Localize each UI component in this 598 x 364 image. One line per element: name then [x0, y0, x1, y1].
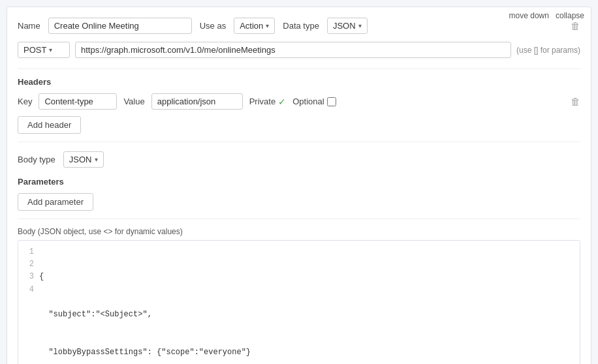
- body-type-value: JSON: [69, 155, 92, 164]
- name-row-trash-icon[interactable]: 🗑: [571, 20, 580, 31]
- data-type-value: JSON: [333, 21, 356, 31]
- headers-private-label[interactable]: Private ✓: [249, 97, 286, 107]
- body-type-select[interactable]: JSON ▾: [63, 151, 104, 168]
- use-as-chevron: ▾: [266, 22, 269, 29]
- headers-key-label: Key: [18, 97, 32, 106]
- name-label: Name: [18, 21, 40, 31]
- code-line-3: "lobbyBypassSettings": {"scope":"everyon…: [39, 346, 574, 359]
- top-actions: move down collapse: [509, 11, 584, 20]
- headers-row-trash-icon[interactable]: 🗑: [571, 96, 580, 107]
- name-input[interactable]: [48, 18, 192, 34]
- use-as-value: Action: [240, 21, 263, 31]
- url-input[interactable]: [75, 42, 511, 58]
- url-hint: (use [] for params): [516, 46, 580, 55]
- line-numbers: 1 2 3 4: [24, 246, 34, 364]
- data-type-chevron: ▾: [358, 22, 362, 29]
- parameters-title: Parameters: [18, 177, 580, 187]
- headers-private-text: Private: [249, 97, 275, 106]
- headers-optional-text: Optional: [292, 97, 324, 106]
- headers-key-input[interactable]: [39, 93, 117, 110]
- body-type-label: Body type: [18, 155, 55, 164]
- url-row: POST ▾ (use [] for params): [18, 42, 580, 58]
- parameters-section: Parameters Add parameter: [18, 177, 580, 211]
- headers-value-label: Value: [123, 97, 144, 106]
- move-down-link[interactable]: move down: [509, 11, 549, 20]
- method-select[interactable]: POST ▾: [18, 42, 70, 58]
- data-type-label: Data type: [283, 21, 319, 31]
- name-row: Name Use as Action ▾ Data type JSON ▾ 🗑: [18, 18, 580, 34]
- divider-1: [18, 68, 580, 69]
- code-line-2: "subject":"<Subject>",: [39, 309, 574, 321]
- collapse-link[interactable]: collapse: [556, 11, 584, 20]
- headers-value-input[interactable]: [151, 93, 243, 110]
- headers-section-title: Headers: [18, 77, 580, 87]
- code-content[interactable]: { "subject":"<Subject>", "lobbyBypassSet…: [39, 246, 574, 364]
- method-chevron: ▾: [49, 46, 52, 53]
- headers-row: Key Value Private ✓ Optional 🗑: [18, 93, 580, 110]
- body-label: Body (JSON object, use <> for dynamic va…: [18, 227, 580, 236]
- divider-2: [18, 142, 580, 142]
- headers-private-checkmark: ✓: [278, 97, 286, 107]
- headers-optional-checkbox[interactable]: [327, 97, 336, 106]
- body-type-chevron: ▾: [95, 156, 98, 163]
- add-header-button[interactable]: Add header: [18, 116, 81, 134]
- headers-optional-label[interactable]: Optional: [292, 97, 336, 106]
- body-type-row: Body type JSON ▾: [18, 151, 580, 168]
- add-parameter-button[interactable]: Add parameter: [18, 193, 93, 211]
- data-type-select[interactable]: JSON ▾: [327, 18, 368, 34]
- code-editor[interactable]: 1 2 3 4 { "subject":"<Subject>", "lobbyB…: [18, 240, 580, 364]
- action-panel: move down collapse Name Use as Action ▾ …: [7, 7, 591, 364]
- divider-3: [18, 219, 580, 219]
- use-as-label: Use as: [200, 21, 226, 31]
- code-line-1: {: [39, 271, 574, 283]
- use-as-select[interactable]: Action ▾: [234, 18, 275, 34]
- method-value: POST: [24, 45, 46, 55]
